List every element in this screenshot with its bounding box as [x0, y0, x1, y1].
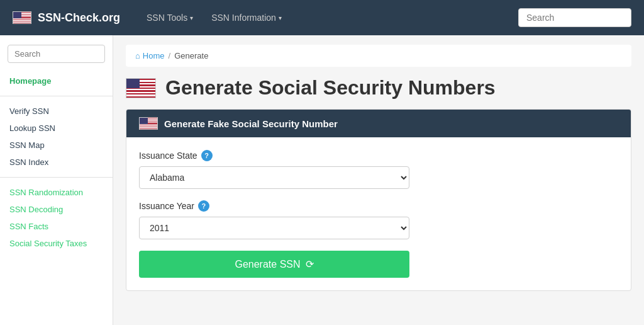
nav-ssn-information[interactable]: SSN Information ▾ [204, 8, 289, 28]
sidebar-item-social-security-taxes[interactable]: Social Security Taxes [0, 235, 113, 252]
sidebar-item-ssn-map[interactable]: SSN Map [0, 137, 113, 154]
sidebar-item-verify-ssn[interactable]: Verify SSN [0, 103, 113, 120]
page-layout: Homepage Verify SSN Lookup SSN SSN Map S… [0, 35, 644, 325]
nav-ssn-tools[interactable]: SSN Tools ▾ [139, 8, 201, 28]
sidebar-search-input[interactable] [8, 45, 105, 63]
navbar: SSN-Check.org SSN Tools ▾ SSN Informatio… [0, 0, 644, 35]
sidebar: Homepage Verify SSN Lookup SSN SSN Map S… [0, 35, 113, 325]
form-header-flag-icon [139, 117, 158, 130]
list-item: SSN Randomization [0, 184, 113, 201]
home-icon: ⌂ [135, 51, 140, 60]
sidebar-divider-1 [0, 96, 113, 96]
issuance-state-label: Issuance State ? [139, 150, 618, 161]
breadcrumb-current: Generate [174, 51, 208, 60]
refresh-icon: ⟳ [306, 258, 314, 270]
sidebar-item-ssn-decoding[interactable]: SSN Decoding [0, 201, 113, 218]
generate-ssn-button-label: Generate SSN [235, 259, 300, 270]
navbar-search-input[interactable] [518, 8, 631, 27]
navbar-flag-icon [13, 11, 31, 24]
form-card-header: Generate Fake Social Security Number [126, 110, 631, 137]
sidebar-item-homepage[interactable]: Homepage [0, 72, 113, 89]
issuance-state-help-icon[interactable]: ? [201, 150, 213, 161]
form-card-body: Issuance State ? Alabama Alaska Arizona … [126, 137, 631, 290]
list-item: Verify SSN [0, 103, 113, 120]
sidebar-item-lookup-ssn[interactable]: Lookup SSN [0, 120, 113, 137]
nav-ssn-tools-label: SSN Tools [147, 13, 187, 23]
issuance-year-label-text: Issuance Year [139, 201, 194, 211]
page-title: Generate Social Security Numbers [165, 76, 496, 100]
list-item: SSN Decoding [0, 201, 113, 218]
breadcrumb-home-label: Home [143, 51, 165, 60]
issuance-year-select[interactable]: 2011 2010 2009 2008 2007 [139, 217, 409, 239]
issuance-year-help-icon[interactable]: ? [198, 200, 209, 212]
issuance-year-label: Issuance Year ? [139, 200, 618, 212]
ssn-information-caret-icon: ▾ [279, 14, 282, 21]
main-content: ⌂ Home / Generate Generate Social Securi… [113, 35, 644, 325]
sidebar-search-container [0, 45, 113, 72]
brand-logo[interactable]: SSN-Check.org [13, 11, 120, 25]
breadcrumb-home-link[interactable]: ⌂ Home [135, 51, 165, 60]
ssn-tools-caret-icon: ▾ [190, 14, 193, 21]
form-card-header-title: Generate Fake Social Security Number [164, 118, 338, 129]
navbar-search-container [518, 8, 631, 27]
list-item: SSN Index [0, 154, 113, 171]
sidebar-item-ssn-randomization[interactable]: SSN Randomization [0, 184, 113, 201]
sidebar-item-ssn-index[interactable]: SSN Index [0, 154, 113, 171]
issuance-state-label-text: Issuance State [139, 151, 197, 161]
generate-ssn-button[interactable]: Generate SSN ⟳ [139, 251, 409, 278]
issuance-state-select[interactable]: Alabama Alaska Arizona Arkansas Californ… [139, 166, 409, 189]
issuance-state-group: Issuance State ? Alabama Alaska Arizona … [139, 150, 618, 189]
sidebar-nav: Homepage Verify SSN Lookup SSN SSN Map S… [0, 72, 113, 252]
list-item: Homepage [0, 72, 113, 89]
list-item: SSN Facts [0, 218, 113, 235]
brand-name: SSN-Check.org [38, 11, 120, 25]
list-item: Lookup SSN [0, 120, 113, 137]
nav-ssn-information-label: SSN Information [211, 13, 276, 23]
sidebar-divider-2 [0, 177, 113, 178]
issuance-year-group: Issuance Year ? 2011 2010 2009 2008 2007 [139, 200, 618, 239]
breadcrumb-separator: / [169, 51, 171, 60]
list-item: SSN Map [0, 137, 113, 154]
nav-links: SSN Tools ▾ SSN Information ▾ [139, 8, 289, 28]
sidebar-item-ssn-facts[interactable]: SSN Facts [0, 218, 113, 235]
page-title-row: Generate Social Security Numbers [126, 76, 631, 100]
list-item: Social Security Taxes [0, 235, 113, 252]
form-card: Generate Fake Social Security Number Iss… [126, 109, 631, 291]
breadcrumb: ⌂ Home / Generate [126, 45, 631, 67]
page-title-flag-icon [126, 78, 156, 98]
